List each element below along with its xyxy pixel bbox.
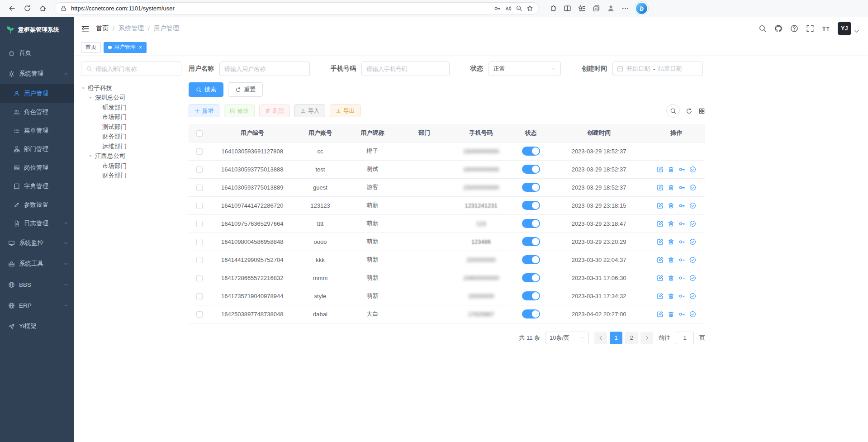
reset-password-icon[interactable] [678,184,685,191]
row-checkbox[interactable] [196,293,203,299]
reset-password-icon[interactable] [678,257,685,263]
page-button-2[interactable]: 2 [625,332,638,344]
row-checkbox[interactable] [196,185,203,191]
assign-role-icon[interactable] [689,202,696,209]
tab-首页[interactable]: 首页 [81,42,101,53]
sidebar-item-monitor[interactable]: 系统监控 [0,233,74,253]
edit-row-icon[interactable] [657,311,664,318]
split-screen-icon[interactable] [564,5,571,12]
reset-password-icon[interactable] [678,220,685,227]
back-button[interactable] [5,2,18,15]
assign-role-icon[interactable] [689,311,696,318]
sidebar-item-tools[interactable]: 系统工具 [0,253,74,274]
date-range-picker[interactable]: 开始日期 - 结束日期 [612,62,703,76]
github-icon[interactable] [774,24,783,33]
row-checkbox[interactable] [196,311,203,318]
edit-row-icon[interactable] [657,293,664,299]
tree-node[interactable]: 橙子科技 [81,83,181,93]
reset-password-icon[interactable] [678,202,685,209]
status-toggle[interactable] [522,237,540,246]
favorite-icon[interactable] [526,5,533,12]
tree-node[interactable]: 研发部门 [81,103,181,113]
row-checkbox[interactable] [196,148,203,155]
assign-role-icon[interactable] [689,166,696,173]
edit-row-icon[interactable] [657,166,664,173]
page-button-1[interactable]: 1 [610,332,622,344]
delete-row-icon[interactable] [668,184,674,191]
assign-role-icon[interactable] [689,220,696,227]
sidebar-subitem-log[interactable]: 日志管理 [0,214,74,233]
sidebar-subitem-param[interactable]: 参数设置 [0,195,74,214]
edit-row-icon[interactable] [657,257,664,263]
columns-toggle-icon[interactable] [698,108,705,114]
tree-node[interactable]: 市场部门 [81,161,181,171]
phone-input[interactable] [361,62,450,76]
delete-row-icon[interactable] [668,220,674,227]
assign-role-icon[interactable] [689,184,696,191]
row-checkbox[interactable] [196,166,203,173]
status-select[interactable]: 正常 [489,62,561,76]
select-all-checkbox[interactable] [196,130,203,137]
sidebar-subitem-post[interactable]: 岗位管理 [0,158,74,177]
status-toggle[interactable] [522,183,540,192]
edit-row-icon[interactable] [657,202,664,209]
tree-node[interactable]: 测试部门 [81,122,181,132]
collections-icon[interactable] [593,5,600,12]
font-size-icon[interactable]: TT [822,24,830,33]
breadcrumb-item[interactable]: 首页 [96,24,109,33]
import-button[interactable]: 导入 [294,105,325,117]
status-toggle[interactable] [522,201,540,210]
tree-node[interactable]: 市场部门 [81,113,181,123]
reset-password-icon[interactable] [678,293,685,299]
export-button[interactable]: 导出 [330,105,360,117]
edit-row-icon[interactable] [657,184,664,191]
add-button[interactable]: 新增 [189,105,219,117]
prev-page-button[interactable] [594,332,607,344]
assign-role-icon[interactable] [689,257,696,263]
password-key-icon[interactable] [494,5,501,12]
status-toggle[interactable] [522,165,540,174]
refresh-table-icon[interactable] [686,108,693,114]
fullscreen-icon[interactable] [806,24,814,33]
address-bar[interactable]: https://ccnetcore.com:1101/system/user [54,2,539,14]
dept-search-input[interactable] [95,66,176,72]
sidebar-fold-icon[interactable] [81,24,90,33]
url-text[interactable]: https://ccnetcore.com:1101/system/user [71,5,490,12]
delete-row-icon[interactable] [668,275,674,281]
header-search-icon[interactable] [759,24,767,33]
sidebar-item-erp[interactable]: ERP [0,295,74,316]
sidebar-item-yi[interactable]: Yi框架 [0,316,74,337]
sidebar-subitem-dept[interactable]: 部门管理 [0,140,74,158]
read-aloud-icon[interactable] [505,5,512,12]
refresh-button[interactable] [21,2,33,15]
next-page-button[interactable] [640,332,653,344]
sidebar-item-home[interactable]: 首页 [0,43,74,63]
sidebar-item-bbs[interactable]: BBS [0,274,74,295]
sidebar-subitem-dict[interactable]: 字典管理 [0,177,74,195]
assign-role-icon[interactable] [689,275,696,281]
tab-用户管理[interactable]: 用户管理× [104,42,147,53]
delete-row-icon[interactable] [668,311,674,318]
reset-password-icon[interactable] [678,166,685,173]
user-avatar-menu[interactable]: YJ [838,22,861,35]
help-icon[interactable] [790,24,798,33]
delete-row-icon[interactable] [668,257,674,263]
status-toggle[interactable] [522,273,540,282]
row-checkbox[interactable] [196,221,203,227]
sidebar-subitem-role[interactable]: 角色管理 [0,103,74,121]
tree-node[interactable]: 财务部门 [81,171,181,181]
toggle-search-button[interactable] [666,104,680,118]
status-toggle[interactable] [522,147,540,156]
assign-role-icon[interactable] [689,238,696,245]
username-input[interactable] [219,62,310,76]
sidebar-subitem-user[interactable]: 用户管理 [0,84,74,103]
tree-node[interactable]: 江西总公司 [81,152,181,162]
delete-row-icon[interactable] [668,293,674,299]
delete-button[interactable]: 删除 [259,105,290,117]
row-checkbox[interactable] [196,275,203,281]
zoom-icon[interactable] [516,5,522,12]
row-checkbox[interactable] [196,257,203,263]
tree-node[interactable]: 运维部门 [81,142,181,152]
favorites-bar-icon[interactable] [578,5,586,12]
edit-row-icon[interactable] [657,238,664,245]
